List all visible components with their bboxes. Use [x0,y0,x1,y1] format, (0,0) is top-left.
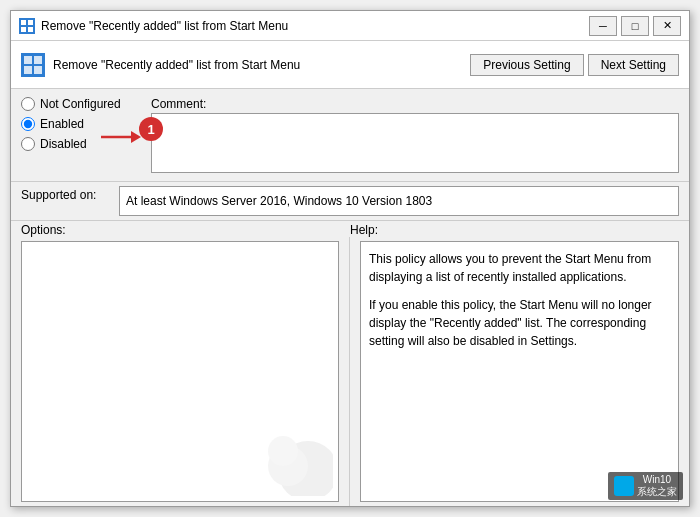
radio-input-disabled[interactable] [21,137,35,151]
help-paragraph-1: This policy allows you to prevent the St… [369,250,670,286]
prev-setting-button[interactable]: Previous Setting [470,54,583,76]
svg-rect-7 [24,66,32,74]
radio-label-enabled: Enabled [40,117,84,131]
watermark-graphic [253,416,333,496]
branding-text: Win10系统之家 [637,474,677,498]
radio-input-enabled[interactable] [21,117,35,131]
svg-rect-17 [625,487,632,494]
branding-overlay: Win10系统之家 [608,472,683,500]
supported-value: At least Windows Server 2016, Windows 10… [119,186,679,216]
content-area: Not Configured Enabled Disabled [11,89,689,506]
svg-rect-14 [616,478,623,485]
options-panel [11,237,350,506]
help-paragraph-2: If you enable this policy, the Start Men… [369,296,670,350]
radio-label-disabled: Disabled [40,137,87,151]
svg-point-13 [268,436,298,466]
header-left: Remove "Recently added" list from Start … [21,53,470,77]
title-bar-left: Remove "Recently added" list from Start … [19,18,288,34]
svg-rect-3 [28,27,33,32]
svg-rect-2 [21,27,26,32]
help-panel: This policy allows you to prevent the St… [350,237,689,506]
comment-label: Comment: [151,97,679,111]
next-setting-button[interactable]: Next Setting [588,54,679,76]
header-row: Remove "Recently added" list from Start … [11,41,689,89]
svg-rect-15 [625,478,632,485]
help-label: Help: [350,223,679,237]
top-section: Not Configured Enabled Disabled [11,89,689,181]
minimize-button[interactable]: ─ [589,16,617,36]
title-bar: Remove "Recently added" list from Start … [11,11,689,41]
header-title: Remove "Recently added" list from Start … [53,58,300,72]
options-label: Options: [21,223,350,237]
policy-icon [21,53,45,77]
svg-rect-8 [34,66,42,74]
main-window: Remove "Recently added" list from Start … [10,10,690,507]
help-content: This policy allows you to prevent the St… [360,241,679,502]
header-buttons: Previous Setting Next Setting [470,54,679,76]
radio-label-not-configured: Not Configured [40,97,121,111]
radio-input-not-configured[interactable] [21,97,35,111]
bottom-labels-row: Options: Help: [11,221,689,237]
maximize-button[interactable]: □ [621,16,649,36]
supported-section: Supported on: At least Windows Server 20… [11,181,689,221]
svg-rect-16 [616,487,623,494]
close-button[interactable]: ✕ [653,16,681,36]
options-content [21,241,339,502]
comment-textarea[interactable] [151,113,679,173]
svg-rect-0 [21,20,26,25]
panels-wrapper: This policy allows you to prevent the St… [11,237,689,506]
window-title: Remove "Recently added" list from Start … [41,19,288,33]
supported-on-label: Supported on: [21,186,111,202]
comment-section: Comment: [151,97,679,173]
branding-logo [614,476,634,496]
arrow-annotation [101,125,141,149]
svg-rect-6 [34,56,42,64]
annotation-badge-1: 1 [139,117,163,141]
svg-rect-5 [24,56,32,64]
radio-container: Not Configured Enabled Disabled [21,97,141,173]
svg-rect-1 [28,20,33,25]
window-icon [19,18,35,34]
title-controls: ─ □ ✕ [589,16,681,36]
radio-not-configured[interactable]: Not Configured [21,97,141,111]
